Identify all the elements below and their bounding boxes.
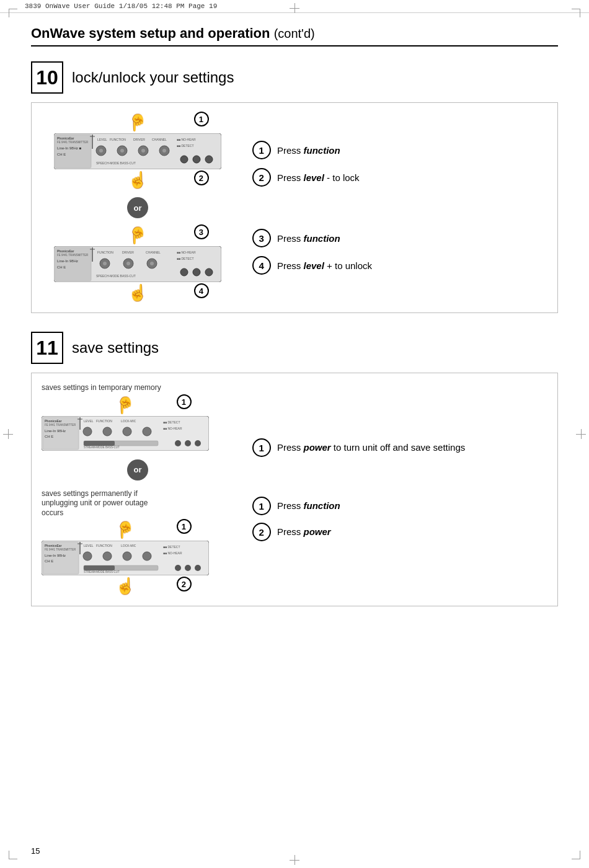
section-10-content: ☝ 1 PhonicsEar FE 9441 TRANSMITTER Line-…: [31, 102, 558, 313]
svg-text:CHANNEL: CHANNEL: [152, 138, 167, 141]
hand-pointer-2: ☝: [128, 170, 148, 190]
svg-point-85: [123, 552, 131, 560]
section-11-content: saves settings in temporary memory ☝ 1 P…: [31, 373, 558, 606]
step-10-1: 1 Press function: [252, 141, 547, 159]
section-10-number: 10: [31, 61, 63, 94]
section-10-header: 10 lock/unlock your settings: [31, 61, 558, 94]
svg-point-23: [193, 156, 200, 163]
step-10-2-text: Press level - to lock: [277, 172, 360, 183]
page-title: OnWave system setup and operation (cont'…: [31, 25, 558, 46]
svg-point-46: [193, 268, 200, 276]
svg-point-70: [185, 440, 191, 446]
step-10-2: 2 Press level - to lock: [252, 168, 547, 187]
device-svg-11-top: PhonicsEar FE 9441 TRANSMITTER Line-In 9…: [42, 416, 209, 451]
step-11-1-text: Press power to turn unit off and save se…: [277, 442, 465, 453]
step-badge-10-1: 1: [249, 137, 275, 163]
diag-num-2: 2: [191, 167, 212, 188]
svg-rect-67: [84, 441, 115, 446]
svg-point-42: [150, 262, 154, 265]
svg-text:DRIVER: DRIVER: [122, 250, 134, 254]
device-svg-top: PhonicsEar FE 9441 TRANSMITTER Line-In 9…: [54, 133, 221, 169]
section-11-diagrams: saves settings in temporary memory ☝ 1 P…: [42, 383, 234, 596]
temp-memory-label: saves settings in temporary memory: [42, 383, 166, 393]
svg-text:■■ NO-HEAR: ■■ NO-HEAR: [177, 138, 196, 141]
svg-text:CHANNEL: CHANNEL: [146, 250, 161, 254]
bot-device-wrap: ☝ 3 PhonicsEar FE 9441 TRANSMITTER Line-…: [48, 226, 228, 303]
svg-text:STREAM-MODE  BASS-CUT: STREAM-MODE BASS-CUT: [84, 570, 120, 574]
svg-text:SPEECH-MODE  BASS-CUT: SPEECH-MODE BASS-CUT: [96, 161, 136, 165]
section-10-title: lock/unlock your settings: [72, 69, 234, 86]
step-11-2-text: Press function: [277, 500, 340, 511]
diag-num-11-2b: 2: [174, 574, 195, 595]
svg-point-38: [103, 262, 107, 265]
step-badge-11-1: 1: [249, 434, 275, 460]
step-11-3-text: Press power: [277, 526, 331, 537]
svg-rect-90: [84, 565, 115, 570]
svg-text:■■ DETECT: ■■ DETECT: [177, 257, 193, 260]
svg-text:LEVEL: LEVEL: [97, 138, 107, 141]
top-device-wrap: ☝ 1 PhonicsEar FE 9441 TRANSMITTER Line-…: [48, 113, 228, 190]
svg-text:CH E: CH E: [57, 153, 66, 156]
diag-num-4: 4: [191, 280, 212, 301]
svg-text:CH E: CH E: [45, 435, 53, 438]
step-11-top-group: 1 Press power to turn unit off and save …: [252, 438, 547, 457]
svg-point-63: [143, 427, 151, 436]
diag-num-11-1: 1: [174, 391, 195, 412]
step-10-4: 4 Press level + to unlock: [252, 256, 547, 275]
section-11-header: 11 save settings: [31, 332, 558, 364]
svg-point-60: [83, 427, 92, 436]
step-badge-10-3: 3: [249, 225, 275, 251]
perm-memory-label: saves settings permanently if unplugging…: [42, 489, 166, 518]
diag-num-3: 3: [191, 221, 212, 242]
section-11-number: 11: [31, 332, 63, 364]
header-text: 3839 OnWave User Guide 1/18/05 12:48 PM …: [25, 2, 217, 10]
step-11-2: 1 Press function: [252, 497, 547, 515]
section-11-steps: 1 Press power to turn unit off and save …: [246, 383, 547, 596]
step-badge-10-2: 2: [249, 164, 275, 190]
svg-text:■■ DETECT: ■■ DETECT: [163, 420, 180, 424]
svg-text:LOCK-MIC: LOCK-MIC: [121, 419, 136, 423]
svg-text:Line-In  98Hz  ■: Line-In 98Hz ■: [57, 146, 82, 150]
svg-point-92: [175, 565, 181, 571]
page-number: 15: [31, 846, 40, 856]
svg-text:FUNCTION: FUNCTION: [97, 250, 113, 254]
svg-text:FUNCTION: FUNCTION: [110, 138, 126, 141]
svg-text:PhonicsEar: PhonicsEar: [45, 544, 62, 547]
svg-point-47: [205, 268, 213, 276]
svg-point-84: [103, 552, 112, 560]
hand-pointer-3: ☝: [128, 226, 148, 245]
svg-text:■■ NO-HEAR: ■■ NO-HEAR: [163, 551, 182, 555]
svg-text:FUNCTION: FUNCTION: [96, 544, 112, 547]
section-10: 10 lock/unlock your settings ☝ 1: [31, 61, 558, 313]
svg-point-40: [126, 262, 130, 265]
diag-num-11-2a: 1: [174, 516, 195, 537]
or-bubble-11: or: [127, 459, 148, 480]
svg-point-62: [123, 427, 131, 436]
step-10-1-text: Press function: [277, 145, 340, 156]
svg-text:■■ DETECT: ■■ DETECT: [163, 545, 180, 549]
or-divider-10: or: [42, 197, 234, 218]
device-svg-bot: PhonicsEar FE 9441 TRANSMITTER Line-In 9…: [54, 246, 221, 282]
svg-text:STREAM-MODE  BASS-CUT: STREAM-MODE BASS-CUT: [84, 446, 120, 449]
step-11-bot-group: 1 Press function 2 Press power: [252, 497, 547, 541]
or-divider-11: or: [42, 459, 234, 480]
step-badge-11-3: 2: [249, 518, 275, 544]
step-10-3: 3 Press function: [252, 229, 547, 247]
svg-point-24: [205, 156, 213, 163]
section-10-steps: 1 Press function 2 Press level - to lock…: [246, 113, 547, 303]
svg-point-45: [180, 268, 188, 276]
svg-point-83: [83, 552, 92, 560]
svg-text:■■ NO-HEAR: ■■ NO-HEAR: [163, 427, 182, 430]
svg-text:FE 9441 TRANSMITTER: FE 9441 TRANSMITTER: [45, 548, 76, 551]
svg-text:DRIVER: DRIVER: [133, 138, 145, 141]
svg-text:FE 9441 TRANSMITTER: FE 9441 TRANSMITTER: [57, 141, 89, 144]
hand-pointer-1: ☝: [128, 113, 148, 132]
svg-point-93: [185, 565, 191, 571]
svg-text:LEVEL: LEVEL: [84, 544, 94, 547]
hand-pointer-11-2: ☝: [115, 520, 135, 539]
svg-point-86: [143, 552, 151, 560]
svg-text:■■ NO-HEAR: ■■ NO-HEAR: [177, 250, 196, 254]
svg-point-94: [195, 565, 201, 571]
hand-pointer-11-3: ☝: [115, 577, 135, 596]
svg-point-19: [162, 149, 166, 153]
